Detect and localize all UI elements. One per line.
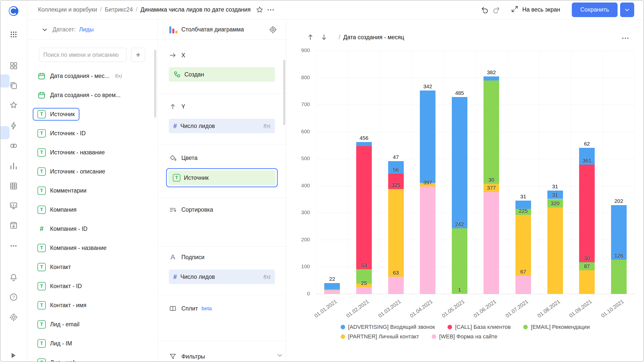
dataset-name-link[interactable]: Лиды	[79, 26, 94, 33]
bar-segment[interactable]	[388, 277, 404, 294]
collapse-chevron-icon[interactable]	[41, 24, 49, 35]
favorites-star-icon[interactable]	[8, 100, 19, 111]
chart-type-selector[interactable]: Столбчатая диаграмма	[158, 20, 286, 40]
legend-item[interactable]: [WEB] Форма на сайте	[432, 333, 497, 340]
fullscreen-label: На весь экран	[522, 6, 560, 13]
y-axis-tick-label: 900	[286, 47, 310, 53]
bar-segment[interactable]	[611, 205, 627, 260]
legend-item[interactable]: [CALL] База клиентов	[448, 324, 511, 330]
dataset-field-row[interactable]: TЛид - IM	[33, 334, 154, 353]
bar-segment[interactable]	[324, 283, 340, 289]
gridline	[635, 51, 635, 294]
dataset-panel-header: Датасет: Лиды	[27, 20, 157, 40]
bar-segment[interactable]	[388, 189, 404, 277]
dataset-field-row[interactable]: Дата создания - со врем...	[33, 85, 154, 105]
dataset-panel: Датасет: Лиды + Дата создания - мес...f(…	[27, 20, 158, 362]
bar-segment[interactable]	[515, 276, 531, 294]
bar-segment[interactable]	[484, 80, 499, 184]
dataset-field-row[interactable]: Дата создания - мес...f(x)	[33, 66, 154, 85]
fields-scrollbar-thumb[interactable]	[154, 50, 156, 118]
config-scrollbar-thumb[interactable]	[283, 60, 285, 125]
calendar-icon	[37, 72, 46, 80]
field-search-input[interactable]	[39, 48, 127, 62]
bar-segment[interactable]	[324, 289, 340, 290]
colors-field-pill[interactable]: T Источник	[168, 170, 275, 185]
bar-segment[interactable]	[356, 142, 372, 146]
scroll-down-icon[interactable]	[276, 351, 284, 360]
dataset-field-row[interactable]: TКонтакт - ID	[33, 277, 154, 296]
bar-value-label: 87	[584, 263, 590, 269]
dataset-field-row[interactable]: TИсточник	[33, 105, 154, 124]
bar-segment[interactable]	[547, 207, 563, 294]
connections-lightning-icon[interactable]	[8, 120, 19, 131]
dataset-field-row[interactable]: TКомпания	[33, 200, 154, 219]
x-axis-tick-label: 01.06.2021	[472, 298, 497, 319]
dataset-field-row[interactable]: TКонтакт	[33, 257, 154, 277]
bar-segment[interactable]	[356, 146, 372, 269]
bar-segment[interactable]	[452, 97, 467, 228]
bar-segment[interactable]	[484, 76, 499, 80]
bar-value-label: 456	[359, 135, 368, 141]
y-field-pill[interactable]: # Число лидов f(x)	[169, 119, 275, 133]
storage-box-icon[interactable]	[8, 220, 19, 231]
favorite-star-icon[interactable]	[254, 4, 265, 15]
workbooks-icon[interactable]	[8, 80, 19, 91]
dataset-field-row[interactable]: TЛид - web	[33, 353, 154, 362]
chart-more-icon[interactable]	[620, 33, 631, 44]
text-field-icon: T	[37, 187, 46, 195]
bar-segment[interactable]	[452, 228, 467, 294]
more-icon[interactable]	[8, 240, 19, 251]
apps-grid-icon[interactable]	[8, 29, 19, 40]
legend-item[interactable]: [ADVERTISING] Входящий звонок	[341, 324, 435, 330]
redo-icon[interactable]	[491, 4, 502, 15]
bar-segment[interactable]	[515, 215, 531, 276]
bar-segment[interactable]	[356, 287, 372, 294]
bar-segment[interactable]	[579, 270, 595, 294]
dataset-field-row[interactable]: TЛид - email	[33, 315, 154, 334]
save-button[interactable]: Сохранить	[572, 3, 618, 17]
section-y-label: Y	[181, 103, 185, 110]
dataset-field-row[interactable]: TИсточник - описание	[33, 162, 154, 181]
dashboards-icon[interactable]	[8, 60, 19, 71]
dataset-field-row[interactable]: TИсточник - название	[33, 143, 154, 162]
fullscreen-button[interactable]: На весь экран	[511, 5, 560, 15]
chart-x-field-label[interactable]: Дата создания - месяц	[343, 34, 404, 41]
sort-ascending-icon[interactable]	[305, 32, 316, 43]
help-icon[interactable]: ?	[8, 292, 19, 303]
monitor-icon[interactable]	[8, 200, 19, 211]
bar-segment[interactable]	[484, 192, 499, 294]
bar-segment[interactable]	[579, 165, 595, 262]
bar-segment[interactable]	[420, 187, 435, 294]
labels-field-pill[interactable]: # Число лидов f(x)	[169, 269, 275, 284]
settings-gear-icon[interactable]	[8, 312, 19, 323]
breadcrumb-workbook[interactable]: Битрикс24	[105, 6, 133, 13]
x-field-pill[interactable]: Создан	[169, 67, 275, 82]
bar-segment[interactable]	[611, 260, 627, 294]
bar-segment[interactable]	[324, 290, 340, 294]
datalens-logo-icon[interactable]	[8, 6, 19, 17]
tables-icon[interactable]	[8, 180, 19, 192]
expand-rail-icon[interactable]	[12, 353, 16, 358]
sort-descending-icon[interactable]	[318, 32, 330, 43]
dataset-field-row[interactable]: TКонтакт - имя	[33, 296, 154, 315]
dataset-field-row[interactable]: #Компания - ID	[33, 219, 154, 238]
dataset-field-row[interactable]: TКомпания - название	[33, 238, 154, 257]
bar-segment[interactable]	[420, 90, 435, 183]
undo-icon[interactable]	[479, 4, 491, 15]
add-field-button[interactable]: +	[131, 48, 145, 62]
links-icon[interactable]	[8, 140, 19, 151]
formula-badge: f(x)	[264, 274, 270, 280]
save-dropdown-button[interactable]	[620, 3, 634, 17]
dataset-field-row[interactable]: TКомментарии	[33, 181, 154, 200]
dataset-field-row[interactable]: TИсточник - ID	[33, 124, 154, 143]
legend-item[interactable]: [PARTNER] Личный контакт	[341, 333, 419, 340]
charts-icon[interactable]	[8, 160, 19, 171]
notifications-bell-icon[interactable]	[8, 272, 19, 283]
page-more-icon[interactable]	[265, 4, 276, 15]
filter-funnel-icon	[169, 352, 177, 360]
chart-legend: [ADVERTISING] Входящий звонок[CALL] База…	[341, 324, 590, 340]
breadcrumb-collections[interactable]: Коллекции и воркбуки	[38, 6, 97, 13]
chart-settings-gear-icon[interactable]	[267, 24, 278, 35]
gridline	[571, 51, 571, 294]
legend-item[interactable]: [EMAIL] Рекомендации	[523, 324, 590, 330]
